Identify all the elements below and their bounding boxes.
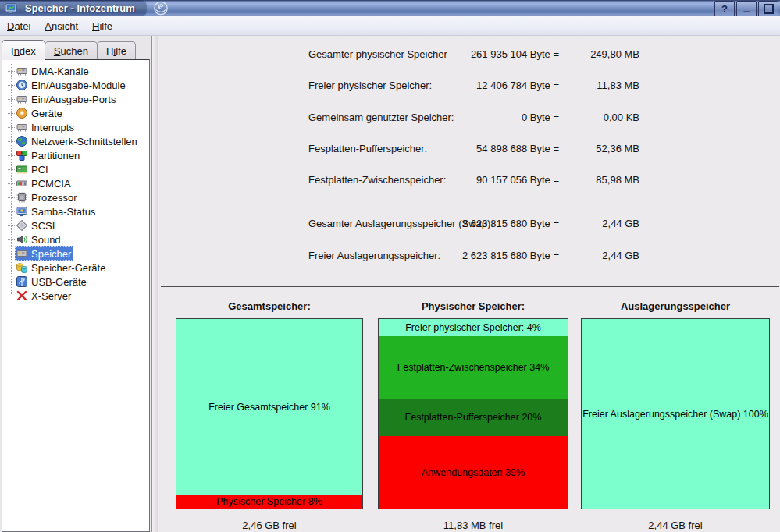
stat-label: Freier physischer Speicher: <box>308 80 432 91</box>
interrupts-icon <box>16 121 28 133</box>
scsi-icon <box>16 219 28 232</box>
sidebar-item-netzwerk-schnittstellen[interactable]: Netzwerk-Schnittstellen <box>2 134 149 148</box>
stat-bytes: 2 623 815 680 Byte = <box>462 250 559 261</box>
sidebar-item-usb-geraete[interactable]: USB-Geräte <box>2 275 149 289</box>
sidebar-item-label: Partitionen <box>31 150 80 161</box>
sidebar-item-speicher-geraete[interactable]: Speicher-Geräte <box>2 261 149 275</box>
stat-bytes: 90 157 056 Byte = <box>476 174 559 186</box>
stat-human: 0,00 KB <box>604 112 639 123</box>
sidebar-item-label: PCMCIA <box>31 178 71 190</box>
tab-suchen[interactable]: Suchen <box>45 41 98 59</box>
panel-splitter[interactable] <box>151 36 158 532</box>
pci-icon <box>16 163 28 176</box>
chart-title: Auslagerungsspeicher <box>581 300 770 313</box>
memory-info-panel: Gesamter physischer Speicher 261 935 104… <box>158 36 780 532</box>
stat-bytes: 12 406 784 Byte = <box>476 80 559 91</box>
io-ports-icon <box>16 93 28 105</box>
stat-bytes: 2 623 815 680 Byte = <box>462 218 559 229</box>
sidebar-item-partitionen[interactable]: Partitionen <box>2 148 149 162</box>
stat-human: 11,83 MB <box>597 80 639 91</box>
sidebar-item-label: X-Server <box>31 290 71 302</box>
stat-row-total-swap: Gesamter Auslagerungsspeicher (Swap): 2 … <box>308 218 639 230</box>
stat-label: Fesplatten-Pufferspeicher: <box>308 143 427 154</box>
sidebar-item-samba-status[interactable]: Samba-Status <box>2 204 149 218</box>
menubar: Datei Ansicht Hilfe <box>0 16 780 36</box>
chart-segment-free-physical: Freier physischer Speicher: 4% <box>379 319 568 336</box>
network-icon <box>16 135 28 147</box>
sidebar-item-label: DMA-Kanäle <box>31 66 89 77</box>
chart-caption: 2,44 GB frei <box>581 520 770 531</box>
help-icon: ? <box>721 4 728 15</box>
stat-human: 2,44 GB <box>602 250 639 261</box>
segment-label: Freier physischer Speicher: 4% <box>405 322 541 333</box>
sidebar-item-geraete[interactable]: Geräte <box>2 106 149 120</box>
stat-human: 85,98 MB <box>596 174 639 186</box>
chart-segment-free-swap: Freier Auslagerungsspeicher (Swap) 100% <box>582 319 769 509</box>
chart-title: Physischer Speicher: <box>378 300 568 313</box>
sidebar-item-label: Ein/Ausgabe-Module <box>31 80 126 91</box>
sidebar-item-pci[interactable]: PCI <box>2 162 149 176</box>
segment-label: Freier Auslagerungsspeicher (Swap) 100% <box>582 409 768 420</box>
menu-hilfe[interactable]: Hilfe <box>85 19 119 34</box>
help-button[interactable]: ? <box>714 1 735 17</box>
sidebar-item-label: Prozessor <box>31 192 77 204</box>
sidebar-item-label: Geräte <box>31 108 62 119</box>
maximize-icon <box>764 4 774 14</box>
chart-swap-memory: Auslagerungsspeicher Freier Auslagerungs… <box>581 300 770 531</box>
sidebar-item-label: Interrupts <box>31 122 74 133</box>
sidebar-item-prozessor[interactable]: Prozessor <box>2 190 149 204</box>
samba-icon <box>16 205 28 218</box>
stat-human: 249,80 MB <box>590 48 639 60</box>
chart-segment-disk-buffers: Festplatten-Pufferspeicher 20% <box>379 399 568 436</box>
chart-box: Freier Gesamtspeicher 91% Physischer Spe… <box>176 318 363 509</box>
sidebar-item-label: Sound <box>31 234 61 246</box>
sidebar-item-label: PCI <box>31 164 48 176</box>
titlebar[interactable]: Speicher - Infozentrum ? _ <box>0 0 780 16</box>
io-module-icon <box>16 79 28 91</box>
stat-bytes: 54 898 688 Byte = <box>476 143 559 154</box>
minimize-button[interactable]: _ <box>736 1 757 17</box>
chart-segment-physical: Physischer Speicher 8% <box>176 495 362 509</box>
chart-segment-application-data: Anwendungsdaten 39% <box>379 436 568 509</box>
sound-icon <box>16 233 28 246</box>
chart-title: Gesamtspeicher: <box>176 300 363 313</box>
stat-row-free-physical: Freier physischer Speicher: 12 406 784 B… <box>308 80 639 92</box>
chart-caption: 2,46 GB frei <box>176 520 363 531</box>
sidebar-panel: Index Suchen Hilfe DMA-Kanäle Ein/Ausgab… <box>0 36 151 532</box>
sidebar-list: DMA-Kanäle Ein/Ausgabe-Module Ein/Ausgab… <box>2 59 150 532</box>
chart-caption: 11,83 MB frei <box>378 520 568 531</box>
menu-datei[interactable]: Datei <box>0 19 37 34</box>
stat-bytes: 0 Byte = <box>522 112 559 123</box>
chart-segment-free-total: Freier Gesamtspeicher 91% <box>176 319 362 495</box>
sidebar-item-ein-ausgabe-ports[interactable]: Ein/Ausgabe-Ports <box>2 92 149 106</box>
sidebar-item-dma-kanaele[interactable]: DMA-Kanäle <box>2 64 149 78</box>
tab-index[interactable]: Index <box>2 40 45 59</box>
tab-hilfe[interactable]: Hilfe <box>97 41 136 59</box>
memory-icon <box>16 247 28 260</box>
sidebar-item-pcmcia[interactable]: PCMCIA <box>2 176 149 190</box>
sidebar-item-label: Speicher-Geräte <box>31 262 105 274</box>
stat-row-disk-cache: Festplatten-Zwischenspeicher: 90 157 056… <box>308 174 639 186</box>
stat-label: Gemeinsam genutzter Speicher: <box>308 112 454 123</box>
app-window-icon[interactable] <box>5 2 17 15</box>
sidebar-item-scsi[interactable]: SCSI <box>2 218 149 232</box>
maximize-button[interactable] <box>758 1 778 17</box>
sidebar-item-speicher[interactable]: Speicher <box>2 246 149 261</box>
chart-physical-memory: Physischer Speicher: Freier physischer S… <box>378 300 568 531</box>
stat-row-disk-buffers: Fesplatten-Pufferspeicher: 54 898 688 By… <box>308 143 639 155</box>
segment-label: Festplatten-Zwischenspeicher 34% <box>397 362 550 373</box>
window-content: Index Suchen Hilfe DMA-Kanäle Ein/Ausgab… <box>0 36 780 532</box>
memory-chip-icon <box>16 65 28 77</box>
stat-label: Gesamter physischer Speicher <box>308 48 447 60</box>
menu-ansicht[interactable]: Ansicht <box>37 19 85 34</box>
stat-row-total-physical: Gesamter physischer Speicher 261 935 104… <box>308 48 639 61</box>
titlebar-title-tab[interactable]: Speicher - Infozentrum <box>0 0 147 16</box>
sidebar-item-label: Samba-Status <box>31 206 95 218</box>
sidebar-item-sound[interactable]: Sound <box>2 232 149 246</box>
sidebar-item-x-server[interactable]: X-Server <box>2 289 149 303</box>
segment-label: Festplatten-Pufferspeicher 20% <box>405 412 542 423</box>
sidebar-item-ein-ausgabe-module[interactable]: Ein/Ausgabe-Module <box>2 78 149 92</box>
segment-label: Anwendungsdaten 39% <box>422 467 525 478</box>
sidebar-item-interrupts[interactable]: Interrupts <box>2 120 149 134</box>
sidebar-item-label: Ein/Ausgabe-Ports <box>31 94 116 105</box>
